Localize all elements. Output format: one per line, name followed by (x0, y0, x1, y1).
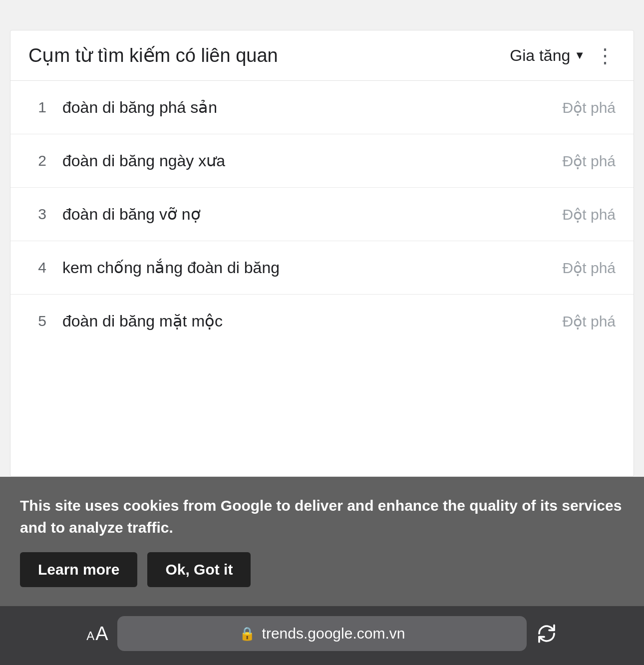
table-row[interactable]: 5đoàn di băng mặt mộcĐột phá (10, 295, 634, 347)
row-term: đoàn di băng vỡ nợ (62, 205, 201, 224)
table-row[interactable]: 2đoàn di băng ngày xưaĐột phá (10, 134, 634, 188)
sort-label: Gia tăng (510, 46, 570, 65)
card-title: Cụm từ tìm kiếm có liên quan (28, 44, 278, 66)
main-card: Cụm từ tìm kiếm có liên quan Gia tăng ▼ … (10, 30, 634, 477)
row-left: 3đoàn di băng vỡ nợ (28, 205, 201, 224)
row-status: Đột phá (563, 206, 616, 223)
table-row[interactable]: 1đoàn di băng phá sảnĐột phá (10, 81, 634, 134)
rows-container: 1đoàn di băng phá sảnĐột phá2đoàn di băn… (10, 81, 634, 347)
font-size-control[interactable]: A A (77, 623, 117, 645)
chevron-down-icon: ▼ (574, 49, 585, 62)
row-left: 4kem chống nắng đoàn di băng (28, 258, 280, 277)
top-spacer (0, 0, 644, 30)
cookie-banner: This site uses cookies from Google to de… (0, 477, 644, 606)
cookie-buttons: Learn more Ok, Got it (20, 552, 624, 587)
row-number: 5 (28, 313, 46, 330)
table-row[interactable]: 3đoàn di băng vỡ nợĐột phá (10, 188, 634, 241)
ok-got-it-button[interactable]: Ok, Got it (147, 552, 251, 587)
more-options-button[interactable]: ⋮ (595, 45, 616, 65)
sort-button[interactable]: Gia tăng ▼ (510, 46, 585, 65)
row-number: 4 (28, 259, 46, 276)
learn-more-button[interactable]: Learn more (20, 552, 137, 587)
row-term: đoàn di băng ngày xưa (62, 151, 225, 170)
row-status: Đột phá (563, 99, 616, 116)
row-status: Đột phá (563, 313, 616, 330)
row-left: 2đoàn di băng ngày xưa (28, 151, 225, 170)
row-term: đoàn di băng mặt mộc (62, 312, 223, 331)
row-number: 3 (28, 206, 46, 223)
address-bar-container: A A 🔒 trends.google.com.vn (0, 606, 644, 665)
row-left: 1đoàn di băng phá sản (28, 98, 217, 117)
row-term: đoàn di băng phá sản (62, 98, 217, 117)
row-term: kem chống nắng đoàn di băng (62, 258, 280, 277)
row-number: 2 (28, 152, 46, 169)
reload-button[interactable] (527, 624, 567, 644)
table-row[interactable]: 4kem chống nắng đoàn di băngĐột phá (10, 241, 634, 295)
url-text: trends.google.com.vn (262, 625, 405, 642)
row-status: Đột phá (563, 259, 616, 277)
row-number: 1 (28, 99, 46, 116)
header-right: Gia tăng ▼ ⋮ (510, 45, 616, 65)
lock-icon: 🔒 (239, 626, 255, 642)
row-status: Đột phá (563, 152, 616, 170)
font-small-a: A (86, 629, 94, 643)
url-bar[interactable]: 🔒 trends.google.com.vn (117, 616, 527, 651)
card-header: Cụm từ tìm kiếm có liên quan Gia tăng ▼ … (10, 30, 634, 81)
cookie-text: This site uses cookies from Google to de… (20, 495, 624, 538)
vertical-dots-icon: ⋮ (595, 44, 616, 66)
font-large-a: A (95, 623, 108, 645)
row-left: 5đoàn di băng mặt mộc (28, 312, 223, 331)
